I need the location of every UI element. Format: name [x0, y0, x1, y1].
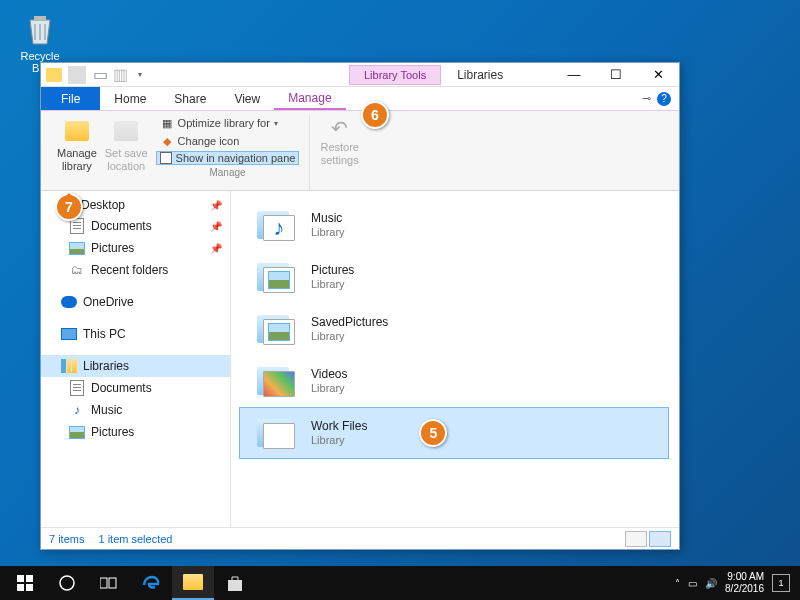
checkbox-icon — [160, 152, 172, 164]
minimize-ribbon-icon[interactable]: ⊸ — [642, 92, 651, 105]
library-tools-context-tab[interactable]: Library Tools — [349, 65, 441, 85]
show-nav-label: Show in navigation pane — [176, 152, 296, 164]
recent-icon: 🗂 — [69, 262, 85, 278]
ribbon-group-label: Manage — [209, 167, 245, 180]
svg-point-4 — [60, 576, 74, 590]
svg-rect-1 — [26, 575, 33, 582]
close-button[interactable]: ✕ — [637, 63, 679, 86]
explorer-body: Desktop 📌 Documents 📌 Pictures 📌 🗂 Recen… — [41, 191, 679, 527]
help-icon[interactable]: ? — [657, 92, 671, 106]
set-save-location-button[interactable]: Set save location — [101, 115, 152, 175]
nav-label: Desktop — [81, 198, 125, 212]
nav-libraries[interactable]: Libraries — [41, 355, 230, 377]
tab-file[interactable]: File — [41, 87, 100, 110]
svg-rect-2 — [17, 584, 24, 591]
action-center-button[interactable]: 1 — [772, 574, 790, 592]
svg-rect-0 — [17, 575, 24, 582]
clock[interactable]: 9:00 AM 8/2/2016 — [725, 571, 764, 595]
cortana-button[interactable] — [46, 566, 88, 600]
change-icon-icon: ◆ — [160, 134, 174, 148]
ribbon-tabs: File Home Share View Manage ⊸ ? — [41, 87, 679, 111]
nav-label: Pictures — [91, 425, 134, 439]
store-button[interactable] — [214, 566, 256, 600]
nav-pictures[interactable]: Pictures 📌 — [41, 237, 230, 259]
file-explorer-taskbar-button[interactable] — [172, 566, 214, 600]
pin-icon: 📌 — [210, 221, 222, 232]
change-icon-button[interactable]: ◆ Change icon — [156, 133, 300, 149]
chevron-down-icon: ▾ — [274, 119, 278, 128]
nav-lib-documents[interactable]: Documents — [41, 377, 230, 399]
item-name: SavedPictures — [311, 315, 388, 330]
tiles-view-button[interactable] — [649, 531, 671, 547]
item-name: Pictures — [311, 263, 354, 278]
libraries-icon — [61, 358, 77, 374]
pin-icon: 📌 — [210, 200, 222, 211]
file-explorer-window: ▭ ▥ ▾ Library Tools Libraries — ☐ ✕ File… — [40, 62, 680, 550]
start-button[interactable] — [4, 566, 46, 600]
item-type: Library — [311, 434, 367, 448]
task-view-button[interactable] — [88, 566, 130, 600]
nav-label: Documents — [91, 219, 152, 233]
pc-icon — [61, 326, 77, 342]
library-item-pictures[interactable]: PicturesLibrary — [231, 251, 679, 303]
time: 9:00 AM — [725, 571, 764, 583]
nav-recent-folders[interactable]: 🗂 Recent folders — [41, 259, 230, 281]
manage-library-button[interactable]: Manage library — [53, 115, 101, 175]
optimize-icon: ▦ — [160, 116, 174, 130]
library-item-work-files[interactable]: Work FilesLibrary 5 — [239, 407, 669, 459]
pictures-library-icon — [255, 257, 299, 297]
selection-count: 1 item selected — [98, 533, 172, 545]
videos-library-icon — [255, 361, 299, 401]
restore-icon: ↶ — [329, 117, 351, 139]
optimize-label: Optimize library for — [178, 117, 270, 129]
nav-onedrive[interactable]: OneDrive — [41, 291, 230, 313]
item-type: Library — [311, 226, 345, 240]
nav-this-pc[interactable]: This PC — [41, 323, 230, 345]
nav-label: Recent folders — [91, 263, 168, 277]
status-bar: 7 items 1 item selected — [41, 527, 679, 549]
item-name: Work Files — [311, 419, 367, 434]
nav-label: OneDrive — [83, 295, 134, 309]
show-in-nav-pane-toggle[interactable]: Show in navigation pane — [156, 151, 300, 165]
optimize-library-button[interactable]: ▦ Optimize library for ▾ — [156, 115, 300, 131]
folder-open-icon — [63, 117, 91, 145]
library-item-savedpictures[interactable]: SavedPicturesLibrary — [231, 303, 679, 355]
volume-icon[interactable]: 🔊 — [705, 578, 717, 589]
maximize-button[interactable]: ☐ — [595, 63, 637, 86]
tab-home[interactable]: Home — [100, 87, 160, 110]
qat-dropdown-icon[interactable]: ▾ — [131, 66, 149, 84]
nav-label: Pictures — [91, 241, 134, 255]
music-icon: ♪ — [69, 402, 85, 418]
svg-rect-5 — [100, 578, 107, 588]
manage-library-label: Manage library — [57, 147, 97, 173]
callout-6: 6 — [361, 101, 389, 129]
svg-rect-3 — [26, 584, 33, 591]
folder-disabled-icon — [112, 117, 140, 145]
documents-icon — [69, 380, 85, 396]
restore-settings-button[interactable]: ↶ Restore settings — [316, 115, 363, 169]
nav-lib-pictures[interactable]: Pictures — [41, 421, 230, 443]
qat-new-folder-icon[interactable]: ▥ — [111, 66, 129, 84]
callout-7: 7 — [55, 193, 83, 221]
library-item-music[interactable]: ♪ MusicLibrary — [231, 199, 679, 251]
svg-rect-6 — [109, 578, 116, 588]
qat-properties-icon[interactable]: ▭ — [91, 66, 109, 84]
item-type: Library — [311, 278, 354, 292]
pictures-icon — [69, 240, 85, 256]
ribbon-manage: Manage library Set save location ▦ Optim… — [41, 111, 679, 191]
edge-button[interactable] — [130, 566, 172, 600]
tab-view[interactable]: View — [220, 87, 274, 110]
tray-up-icon[interactable]: ˄ — [675, 578, 680, 589]
tab-share[interactable]: Share — [160, 87, 220, 110]
generic-library-icon — [255, 413, 299, 453]
tab-manage[interactable]: Manage — [274, 87, 345, 110]
onedrive-icon — [61, 294, 77, 310]
battery-icon[interactable]: ▭ — [688, 578, 697, 589]
window-icon — [45, 66, 63, 84]
change-icon-label: Change icon — [178, 135, 240, 147]
library-item-videos[interactable]: VideosLibrary — [231, 355, 679, 407]
details-view-button[interactable] — [625, 531, 647, 547]
item-name: Videos — [311, 367, 347, 382]
nav-lib-music[interactable]: ♪ Music — [41, 399, 230, 421]
minimize-button[interactable]: — — [553, 63, 595, 86]
